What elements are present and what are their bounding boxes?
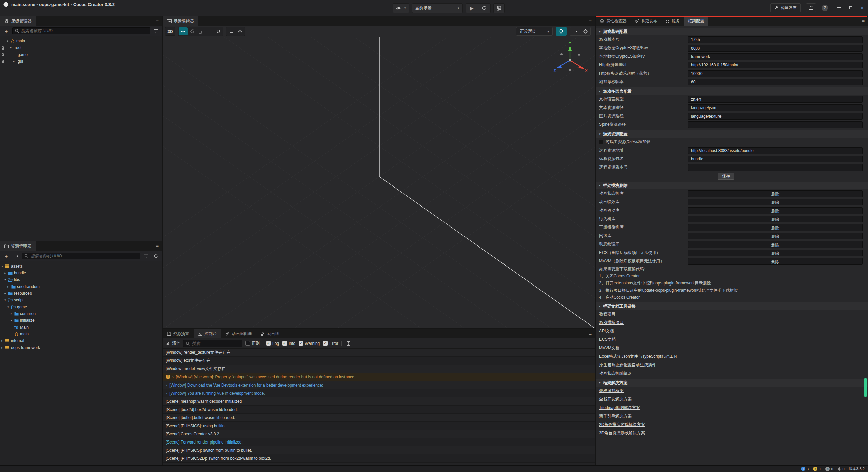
doc-link[interactable]: 战棋游戏框架 bbox=[599, 388, 624, 394]
delete-button[interactable]: 删除 bbox=[688, 190, 863, 197]
expander-icon[interactable]: ▸ bbox=[12, 60, 16, 63]
delete-button[interactable]: 删除 bbox=[688, 258, 863, 265]
hierarchy-search-input[interactable] bbox=[21, 28, 147, 33]
expander-icon[interactable]: ▸ bbox=[0, 346, 4, 349]
inspector-tab[interactable]: 构建发布 bbox=[631, 16, 662, 26]
status-notifications[interactable]: 0 bbox=[837, 467, 844, 471]
tree-row[interactable]: main bbox=[0, 331, 162, 337]
console-tab[interactable]: 动画编辑器 bbox=[221, 329, 256, 338]
platform-selector[interactable]: ▾ bbox=[393, 3, 409, 13]
field-input[interactable] bbox=[688, 62, 863, 68]
filter-icon[interactable] bbox=[152, 27, 159, 34]
close-button[interactable]: × bbox=[860, 5, 865, 10]
panel-menu-icon[interactable]: ≡ bbox=[586, 331, 595, 336]
orientation-gizmo[interactable]: Y X Z bbox=[551, 41, 589, 78]
doc-link[interactable]: 教程项目 bbox=[599, 311, 615, 317]
field-input[interactable] bbox=[688, 156, 863, 162]
delete-button[interactable]: 删除 bbox=[688, 233, 863, 239]
doc-link[interactable]: 动画状态机编辑器 bbox=[599, 371, 632, 376]
expander-icon[interactable]: ▸ bbox=[3, 292, 7, 295]
expander-icon[interactable]: ▾ bbox=[3, 278, 7, 281]
scene-viewport[interactable]: Y X Z bbox=[163, 37, 595, 328]
expander-icon[interactable]: ▾ bbox=[0, 264, 4, 268]
section-header[interactable]: ▾ 框架解决方案 bbox=[596, 379, 868, 387]
console-log-row[interactable]: [Window] model_view文件夹存在 bbox=[163, 365, 595, 373]
console-log-row[interactable]: › [Window] You are running Vue in develo… bbox=[163, 389, 595, 397]
doc-link[interactable]: 3D角色扮演游戏解决方案 bbox=[599, 430, 645, 436]
delete-button[interactable]: 删除 bbox=[688, 207, 863, 214]
scene-selector[interactable]: 当前场景 ▾ bbox=[412, 3, 463, 13]
tab-scene-editor[interactable]: 场景编辑器 bbox=[163, 16, 198, 26]
log-filter-checkbox[interactable]: ✓ Log bbox=[266, 341, 279, 346]
minimize-button[interactable] bbox=[837, 5, 842, 10]
doc-link[interactable]: Excel格式转Json文件与TypeScript代码工具 bbox=[599, 354, 677, 359]
expander-icon[interactable]: ▸ bbox=[0, 339, 4, 342]
expander-icon[interactable]: ▸ bbox=[9, 312, 14, 315]
light-toggle-button[interactable] bbox=[556, 27, 567, 36]
console-log-row[interactable]: [Window] render_texture文件夹存在 bbox=[163, 349, 595, 357]
tree-row[interactable]: ▾ assets bbox=[0, 263, 162, 270]
section-header[interactable]: ▾ 游戏资源配置 bbox=[596, 130, 868, 138]
field-input[interactable] bbox=[688, 164, 863, 171]
inspector-tab[interactable]: 属性检查器 bbox=[596, 16, 631, 26]
tree-row[interactable]: ▾ main bbox=[0, 38, 162, 44]
tree-row[interactable]: ▸ initialize bbox=[0, 317, 162, 324]
play-button[interactable]: ▶ bbox=[466, 4, 478, 13]
tree-row[interactable]: ▸ gui bbox=[0, 58, 162, 65]
console-log-row[interactable]: [Window] ecs文件夹存在 bbox=[163, 357, 595, 365]
camera-icon[interactable] bbox=[570, 27, 580, 35]
tree-row[interactable]: game bbox=[0, 51, 162, 58]
console-log-row[interactable]: ! › [Window] [Vue warn]: Property "onInp… bbox=[163, 373, 595, 381]
inspector-tab[interactable]: 服务 bbox=[662, 16, 684, 26]
field-input[interactable] bbox=[688, 147, 863, 154]
tree-row[interactable]: ▾ libs bbox=[0, 276, 162, 283]
section-header[interactable]: ▾ 框架模块删除 bbox=[596, 182, 868, 189]
pivot-position-button[interactable] bbox=[227, 27, 236, 35]
doc-link[interactable]: MVVM文档 bbox=[599, 345, 619, 351]
tree-row[interactable]: TS Main bbox=[0, 324, 162, 331]
assets-search-input[interactable] bbox=[31, 254, 138, 258]
tree-row[interactable]: ▸ bundle bbox=[0, 270, 162, 276]
field-input[interactable] bbox=[688, 113, 863, 120]
inspector-scrollbar-thumb[interactable] bbox=[864, 378, 867, 397]
delete-button[interactable]: 删除 bbox=[688, 250, 863, 256]
open-folder-button[interactable] bbox=[806, 3, 816, 12]
build-publish-button[interactable]: 构建发布 bbox=[770, 3, 801, 12]
help-button[interactable]: ? bbox=[822, 5, 828, 11]
tree-row[interactable]: ▸ seedrandom bbox=[0, 283, 162, 290]
expander-icon[interactable]: ▾ bbox=[5, 39, 10, 43]
add-node-button[interactable]: + bbox=[3, 27, 10, 34]
section-header[interactable]: ▾ 游戏基础配置 bbox=[596, 28, 868, 35]
clear-console-button[interactable]: 清空 bbox=[166, 340, 180, 346]
scale-tool-button[interactable] bbox=[196, 27, 205, 35]
filter-icon[interactable] bbox=[142, 253, 150, 259]
console-log-row[interactable]: › [Window] Download the Vue Devtools ext… bbox=[163, 381, 595, 389]
inspector-tab[interactable]: 框架配置 bbox=[684, 16, 708, 26]
doc-link[interactable]: 2D角色扮演游戏解决方案 bbox=[599, 422, 645, 428]
console-log-row[interactable]: [Scene] [PHYSICS2D]: switch from box2d-w… bbox=[163, 454, 595, 463]
doc-link[interactable]: Tiledmap地图解决方案 bbox=[599, 405, 640, 411]
render-mode-select[interactable]: 正常渲染 ▾ bbox=[516, 27, 553, 36]
doc-link[interactable]: 原生包热更新配置自动生成插件 bbox=[599, 362, 656, 368]
tree-row[interactable]: ▾ game bbox=[0, 303, 162, 310]
delete-button[interactable]: 删除 bbox=[688, 241, 863, 248]
doc-link[interactable]: ECS文档 bbox=[599, 337, 616, 342]
expander-icon[interactable]: ▸ bbox=[3, 271, 7, 275]
tree-row[interactable]: ▸ resources bbox=[0, 290, 162, 297]
rotate-tool-button[interactable] bbox=[188, 27, 196, 35]
gear-icon[interactable] bbox=[580, 27, 590, 35]
checkbox-row[interactable]: 游戏中资源是否远程加载 bbox=[596, 138, 868, 146]
section-header[interactable]: ▾ 游戏多语言配置 bbox=[596, 87, 868, 95]
console-log-row[interactable]: [Scene] Cocos Creator v3.8.2 bbox=[163, 430, 595, 438]
status-info[interactable]: i 3 bbox=[801, 467, 809, 471]
tab-hierarchy[interactable]: 层级管理器 bbox=[0, 16, 36, 26]
layout-grid-button[interactable] bbox=[493, 3, 505, 13]
field-input[interactable] bbox=[688, 53, 863, 60]
doc-link[interactable]: 全栈开发解决方案 bbox=[599, 396, 632, 402]
panel-menu-icon[interactable]: ≡ bbox=[153, 18, 162, 24]
tree-row[interactable]: ▸ internal bbox=[0, 337, 162, 344]
tree-row[interactable]: ▸ oops-framework bbox=[0, 344, 162, 351]
console-log-row[interactable]: [Scene] [PHYSICS]: switch from builtin t… bbox=[163, 446, 595, 454]
move-tool-button[interactable] bbox=[179, 27, 188, 35]
doc-link[interactable]: API文档 bbox=[599, 328, 614, 334]
